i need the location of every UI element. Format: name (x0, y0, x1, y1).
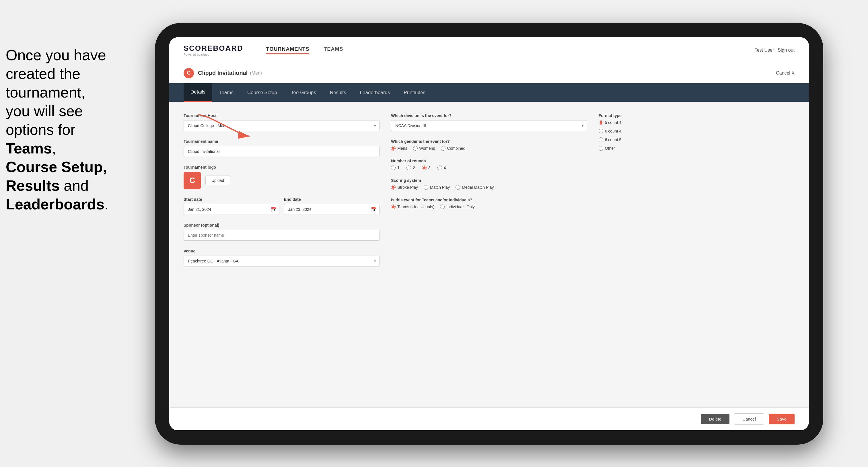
gender-radio-group: Mens Womens Combined (391, 146, 587, 151)
tabs-bar: Details Teams Course Setup Tee Groups Re… (169, 83, 809, 102)
scoring-match-label: Match Play (430, 185, 450, 190)
format-6count4-label: 6 count 4 (605, 129, 622, 133)
rounds-3[interactable]: 3 (422, 165, 431, 170)
format-6count4-radio[interactable] (599, 129, 603, 133)
tablet-shell: SCOREBOARD Powered by clippd TOURNAMENTS… (155, 23, 823, 445)
sponsor-input[interactable] (184, 230, 379, 241)
gender-mens[interactable]: Mens (391, 146, 407, 151)
nav-link-teams[interactable]: TEAMS (323, 46, 343, 54)
host-select-wrapper: Clippd College - Men (184, 120, 379, 131)
gender-mens-label: Mens (397, 146, 407, 151)
venue-select[interactable]: Peachtree GC - Atlanta - GA (184, 256, 379, 267)
tab-details[interactable]: Details (184, 83, 212, 102)
gender-womens[interactable]: Womens (413, 146, 435, 151)
gender-combined-label: Combined (447, 146, 466, 151)
upload-button[interactable]: Upload (206, 176, 230, 185)
start-date-input[interactable] (184, 204, 279, 215)
name-label: Tournament name (184, 139, 379, 144)
logo-title: SCOREBOARD (184, 44, 243, 53)
scoring-match-radio[interactable] (424, 185, 428, 190)
tab-printables[interactable]: Printables (397, 83, 433, 102)
annotation-comma1: , (52, 140, 56, 157)
division-select[interactable]: NCAA Division III (391, 120, 587, 131)
annotation-bold-results: Results (6, 177, 60, 194)
gender-combined[interactable]: Combined (441, 146, 466, 151)
action-bar: Delete Cancel Save (169, 407, 809, 430)
tab-teams[interactable]: Teams (212, 83, 240, 102)
teams-plus-label: Teams (+Individuals) (397, 205, 434, 209)
venue-group: Venue Peachtree GC - Atlanta - GA (184, 249, 379, 267)
app-container: SCOREBOARD Powered by clippd TOURNAMENTS… (169, 37, 809, 430)
teams-radio-group: Teams (+Individuals) Individuals Only (391, 205, 587, 209)
rounds-1[interactable]: 1 (391, 165, 400, 170)
division-select-wrapper: NCAA Division III (391, 120, 587, 131)
format-6count5-radio[interactable] (599, 137, 603, 142)
gender-womens-radio[interactable] (413, 146, 417, 151)
tournament-icon: C (184, 68, 194, 78)
name-group: Tournament name (184, 139, 379, 157)
nav-link-tournaments[interactable]: TOURNAMENTS (266, 46, 310, 54)
end-date-input[interactable] (284, 204, 380, 215)
venue-select-wrapper: Peachtree GC - Atlanta - GA (184, 256, 379, 267)
scoring-medal[interactable]: Medal Match Play (456, 185, 494, 190)
cancel-top-button[interactable]: Cancel X (776, 70, 795, 76)
division-group: Which division is the event for? NCAA Di… (391, 113, 587, 131)
tab-tee-groups[interactable]: Tee Groups (284, 83, 323, 102)
annotation-and: and (60, 177, 89, 194)
scoring-label: Scoring system (391, 178, 587, 183)
gender-combined-radio[interactable] (441, 146, 445, 151)
tab-course-setup[interactable]: Course Setup (240, 83, 284, 102)
format-6count5[interactable]: 6 count 5 (599, 137, 795, 142)
tournament-type: (Men) (250, 70, 262, 76)
logo-upload-area: C Upload (184, 172, 379, 189)
middle-column: Which division is the event for? NCAA Di… (391, 113, 587, 267)
format-other-radio[interactable] (599, 146, 603, 151)
logo-preview: C (184, 172, 201, 189)
host-group: Tournament Host Clippd College - Men (184, 113, 379, 131)
form-grid: Tournament Host Clippd College - Men Tou… (184, 113, 795, 267)
teams-plus[interactable]: Teams (+Individuals) (391, 205, 434, 209)
format-6count5-label: 6 count 5 (605, 137, 622, 142)
annotation-text: Once you havecreated thetournament,you w… (0, 40, 121, 219)
teams-plus-radio[interactable] (391, 205, 396, 209)
end-date-group: End date 📅 (284, 197, 380, 215)
annotation-bold-teams: Teams (6, 140, 52, 157)
format-6count4[interactable]: 6 count 4 (599, 129, 795, 133)
gender-group: Which gender is the event for? Mens Wome… (391, 139, 587, 151)
save-button[interactable]: Save (769, 414, 795, 424)
rounds-4[interactable]: 4 (437, 165, 446, 170)
rounds-3-radio[interactable] (422, 165, 427, 170)
format-group: Format type 5 count 4 6 count 4 (599, 113, 795, 151)
scoring-stroke-radio[interactable] (391, 185, 396, 190)
date-grid: Start date 📅 End date 📅 (184, 197, 379, 215)
annotation-bold-coursesetup: Course Setup, (6, 159, 107, 175)
scoring-stroke[interactable]: Stroke Play (391, 185, 418, 190)
sponsor-group: Sponsor (optional) (184, 223, 379, 241)
rounds-2-radio[interactable] (406, 165, 411, 170)
scoring-medal-radio[interactable] (456, 185, 460, 190)
rounds-1-radio[interactable] (391, 165, 396, 170)
annotation-period: . (104, 196, 108, 213)
format-5count4[interactable]: 5 count 4 (599, 120, 795, 125)
scoring-match[interactable]: Match Play (424, 185, 450, 190)
user-sign-out[interactable]: Test User | Sign out (755, 48, 795, 53)
format-5count4-radio[interactable] (599, 120, 603, 125)
rounds-2[interactable]: 2 (406, 165, 415, 170)
tournament-title: Clippd Invitational (198, 70, 248, 76)
host-select[interactable]: Clippd College - Men (184, 120, 379, 131)
format-other[interactable]: Other (599, 146, 795, 151)
tab-results[interactable]: Results (323, 83, 353, 102)
scoring-medal-label: Medal Match Play (462, 185, 494, 190)
rounds-group: Number of rounds 1 2 (391, 159, 587, 170)
individuals-only[interactable]: Individuals Only (440, 205, 475, 209)
start-date-group: Start date 📅 (184, 197, 279, 215)
cancel-button[interactable]: Cancel (734, 413, 764, 425)
logo-area: SCOREBOARD Powered by clippd (184, 44, 243, 56)
rounds-4-radio[interactable] (437, 165, 442, 170)
gender-mens-radio[interactable] (391, 146, 396, 151)
name-input[interactable] (184, 146, 379, 157)
delete-button[interactable]: Delete (701, 414, 730, 424)
individuals-only-radio[interactable] (440, 205, 444, 209)
rounds-label: Number of rounds (391, 159, 587, 163)
tab-leaderboards[interactable]: Leaderboards (353, 83, 397, 102)
